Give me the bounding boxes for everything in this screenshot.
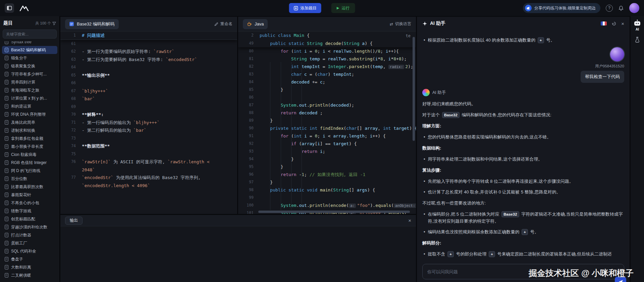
editor-line: 84 decoded += c; [238,78,416,86]
sidebar-item[interactable]: 青海湖租车之旅 [2,86,57,94]
sidebar-item[interactable]: 环状 DNA 序列整理 [2,110,57,118]
document-icon [4,265,9,270]
sidebar-item-label: 穿越沙漠的补给次数 [11,224,47,230]
sidebar-item[interactable]: SQL 代码补全 [2,247,57,255]
sidebar-item[interactable]: 叠盘子 [2,255,57,263]
swap-arrows-icon: ⇄ [390,22,393,26]
send-button[interactable] [615,277,626,282]
problem-tab[interactable]: Base32 编码和解码 [65,19,119,29]
problem-count: 共 100 个 [36,21,56,26]
sidebar-item[interactable]: 和的逆运算 [2,102,57,110]
sparkle-icon [422,21,427,26]
history-icon[interactable] [611,21,616,26]
close-icon[interactable]: × [621,21,624,26]
document-icon [4,192,9,197]
ai-assistant-shortcut[interactable]: AI [633,19,641,31]
sidebar-item[interactable]: 简单四则计算 [2,78,57,86]
sidebar-item[interactable]: 计算位置 x 到 y 的... [2,94,57,102]
sidebar-item[interactable]: 穿越沙漠的补给次数 [2,223,57,231]
sidebar-item-label: 不再贪心的小包 [11,200,39,206]
sidebar-item[interactable]: 不再贪心的小包 [2,199,57,207]
sidebar-item[interactable]: 阿 D 的飞行路线 [2,167,57,175]
sidebar-item-label: 计算位置 x 到 y 的... [11,96,47,101]
sidebar-item[interactable]: 二叉树供暖 [2,271,57,279]
output-tab[interactable]: 输出 [65,217,83,225]
assistant-name: AI 助手 [432,90,446,96]
switch-language-button[interactable]: ⇄ 切换语言 [390,21,411,27]
sidebar-item[interactable]: 猜数字游戏 [2,207,57,215]
output-panel-header: 输出 × [60,215,416,226]
sidebar-item[interactable]: 暴雨梨花针 [2,191,57,199]
sidebar-item[interactable]: 拿到最多红包金额 [2,134,57,143]
assistant-identity: AI 助手 [422,89,624,96]
sidebar-item[interactable]: 及格比此简单 [2,118,57,126]
editor-line: 97 } [238,178,416,186]
sidebar-item[interactable]: 链表聚集交换 [2,62,57,70]
sidebar-item[interactable]: 进制求和转换 [2,126,57,134]
editor-line: 1# 问题描述 [60,32,237,40]
sidebar-item[interactable]: 创意标题匹配 [2,215,57,223]
paper-plane-icon[interactable] [614,269,619,274]
horizontal-scrollbar[interactable] [258,211,410,213]
editor-line: 67`bljhy+++` [60,87,237,95]
french-flag-icon[interactable] [601,21,607,25]
editor-line: 72- 第二行解码后的输出为 `bar` [60,126,237,134]
document-icon [4,136,9,141]
language-tab[interactable]: Java [243,19,268,29]
problem-lines: 6162- 第一行为需要编码的原始字符串: `rawStr`63- 第二行为需要… [60,40,237,190]
ai-input-box [422,264,624,279]
chat-paragraph: 理解方面: [422,122,624,129]
sidebar-item-label: 链表聚集交换 [11,63,35,69]
ai-question-input[interactable] [427,269,610,274]
sidebar-toggle-button[interactable] [5,3,14,13]
editor-line: 85 } [238,86,416,94]
sidebar-item[interactable]: Syntax tree [2,41,57,46]
user-name: 用户9584351520 [595,64,624,69]
sidebar-item-label: 大数和距离 [11,265,31,270]
ai-chat-area[interactable]: •根据原始二进制数据长度除以 40 的余数添加正确数量的 + 号。 用户9584… [417,30,630,261]
help-icon[interactable]: ? [606,5,613,12]
code-panel: Java ⇄ 切换语言 2public class Main {49 publi… [238,17,416,214]
clipped-text-fragment: te [406,34,411,38]
sidebar-item-label: Syntax tree [11,41,32,44]
sidebar-item[interactable]: RGB 色值转 Integer [2,159,57,167]
close-icon[interactable]: × [408,218,411,223]
chat-bullet: •根据原始二进制数据长度除以 40 的余数添加正确数量的 + 号。 [424,37,624,44]
sidebar-item-label: 创意标题匹配 [11,216,35,222]
sidebar-item[interactable]: Cion 勒索病毒 [2,151,57,159]
vertical-scrollbar[interactable] [413,37,415,141]
filter-icon[interactable] [52,21,56,25]
problem-editor[interactable]: 1# 问题描述 6162- 第一行为需要编码的原始字符串: `rawStr`63… [60,32,237,214]
sidebar-item-label: 简单四则计算 [11,79,35,85]
experiment-icon[interactable] [635,37,640,43]
sidebar-item[interactable]: 大数和距离 [2,263,57,271]
sidebar-item-label: 猫鱼分干 [11,55,27,61]
user-avatar[interactable] [629,3,639,13]
problem-list: Syntax treeBase32 编码和解码猫鱼分干链表聚集交换字符串有多少种… [0,41,59,282]
document-icon [4,152,9,157]
rename-button[interactable]: 重命名 [214,21,232,27]
run-button[interactable]: ▶ 运行 [331,3,355,13]
add-problem-button[interactable]: 添加题目 [289,3,321,13]
sidebar-item[interactable]: 蛋糕工厂 [2,239,57,247]
sidebar-item[interactable]: 百分位数 [2,175,57,183]
sidebar-item-label: 环状 DNA 序列整理 [11,112,46,117]
chat-paragraph: 解码部分: [422,239,624,246]
document-icon [4,120,9,125]
editor-line: 80 for (int i = 0; i < realTwo.length()/… [238,47,416,55]
sidebar-title: 题目 [3,20,13,26]
chat-paragraph: 不过呢,也有一些需要改进的地方: [422,200,624,207]
editor-line: 61 [60,40,237,48]
sidebar-item-label: 阿 D 的飞行路线 [11,168,40,174]
code-editor[interactable]: 2public class Main {49 public static Str… [238,32,416,214]
search-input[interactable] [6,32,53,36]
user-chat-avatar[interactable] [610,47,624,61]
notifications-icon[interactable] [618,5,624,11]
share-banner[interactable]: 分享代码练习体验,领限量定制周边 [523,3,600,13]
sidebar-item[interactable]: 字符串有多少种可... [2,70,57,78]
sidebar-item[interactable]: 打点计数器 [2,231,57,239]
sidebar-item[interactable]: 比赛最高获胜次数 [2,183,57,191]
sidebar-item[interactable]: 猫鱼分干 [2,54,57,62]
sidebar-item[interactable]: 最小替换子串长度 [2,143,57,151]
sidebar-item[interactable]: Base32 编码和解码 [2,46,57,54]
